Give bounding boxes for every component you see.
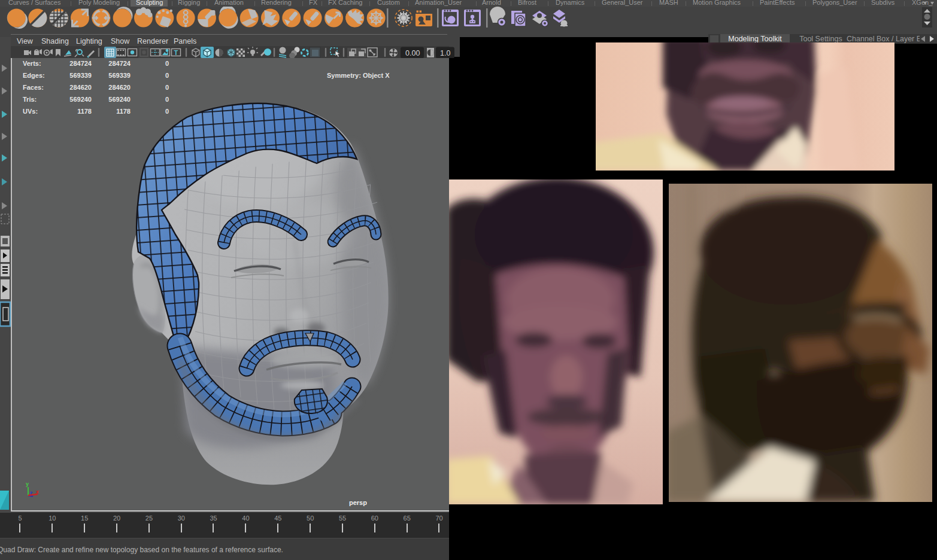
svg-text:T: T [174, 49, 178, 56]
svg-text:0.00: 0.00 [405, 49, 420, 57]
svg-text:1.0: 1.0 [440, 49, 450, 57]
svg-text:y: y [26, 481, 29, 487]
svg-text:x: x [36, 489, 39, 495]
